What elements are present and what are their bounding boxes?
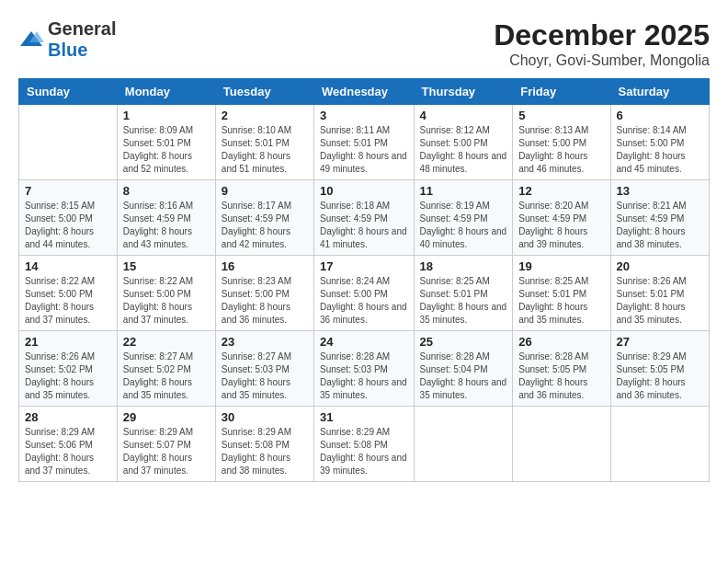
table-row: 20Sunrise: 8:26 AMSunset: 5:01 PMDayligh… — [610, 256, 709, 331]
day-info: Sunrise: 8:29 AMSunset: 5:07 PMDaylight:… — [123, 426, 210, 477]
day-info: Sunrise: 8:29 AMSunset: 5:05 PMDaylight:… — [617, 350, 703, 402]
day-number: 14 — [25, 259, 111, 273]
calendar-week-row: 14Sunrise: 8:22 AMSunset: 5:00 PMDayligh… — [19, 256, 710, 331]
day-info: Sunrise: 8:13 AMSunset: 5:00 PMDaylight:… — [518, 124, 604, 176]
day-info: Sunrise: 8:25 AMSunset: 5:01 PMDaylight:… — [518, 275, 604, 327]
header-monday: Monday — [117, 79, 215, 105]
day-number: 29 — [123, 410, 210, 424]
day-number: 18 — [420, 259, 507, 273]
table-row: 14Sunrise: 8:22 AMSunset: 5:00 PMDayligh… — [19, 256, 118, 331]
day-number: 4 — [420, 109, 507, 122]
table-row — [414, 407, 513, 482]
day-info: Sunrise: 8:10 AMSunset: 5:01 PMDaylight:… — [222, 124, 308, 176]
day-info: Sunrise: 8:14 AMSunset: 5:00 PMDaylight:… — [617, 124, 703, 176]
table-row: 16Sunrise: 8:23 AMSunset: 5:00 PMDayligh… — [215, 256, 313, 331]
table-row — [513, 407, 610, 482]
table-row — [19, 105, 118, 180]
day-info: Sunrise: 8:29 AMSunset: 5:08 PMDaylight:… — [222, 426, 308, 477]
day-info: Sunrise: 8:11 AMSunset: 5:01 PMDaylight:… — [320, 124, 408, 176]
day-info: Sunrise: 8:18 AMSunset: 4:59 PMDaylight:… — [320, 200, 408, 251]
table-row: 23Sunrise: 8:27 AMSunset: 5:03 PMDayligh… — [215, 331, 313, 407]
day-number: 25 — [420, 335, 507, 349]
day-info: Sunrise: 8:19 AMSunset: 4:59 PMDaylight:… — [420, 200, 507, 251]
calendar-week-row: 7Sunrise: 8:15 AMSunset: 5:00 PMDaylight… — [19, 180, 710, 256]
day-number: 12 — [518, 184, 604, 198]
table-row: 2Sunrise: 8:10 AMSunset: 5:01 PMDaylight… — [215, 105, 313, 180]
day-number: 7 — [25, 184, 111, 198]
table-row: 19Sunrise: 8:25 AMSunset: 5:01 PMDayligh… — [513, 256, 610, 331]
day-info: Sunrise: 8:21 AMSunset: 4:59 PMDaylight:… — [617, 200, 703, 251]
day-info: Sunrise: 8:22 AMSunset: 5:00 PMDaylight:… — [25, 275, 111, 327]
day-number: 31 — [320, 410, 408, 424]
calendar-table: Sunday Monday Tuesday Wednesday Thursday… — [18, 78, 710, 482]
table-row: 22Sunrise: 8:27 AMSunset: 5:02 PMDayligh… — [117, 331, 215, 407]
day-number: 13 — [617, 184, 703, 198]
table-row: 6Sunrise: 8:14 AMSunset: 5:00 PMDaylight… — [610, 105, 709, 180]
table-row: 18Sunrise: 8:25 AMSunset: 5:01 PMDayligh… — [414, 256, 513, 331]
day-number: 20 — [617, 259, 703, 273]
table-row: 7Sunrise: 8:15 AMSunset: 5:00 PMDaylight… — [19, 180, 118, 256]
day-info: Sunrise: 8:20 AMSunset: 4:59 PMDaylight:… — [518, 200, 604, 251]
table-row: 15Sunrise: 8:22 AMSunset: 5:00 PMDayligh… — [117, 256, 215, 331]
day-number: 8 — [123, 184, 210, 198]
table-row — [610, 407, 709, 482]
calendar-week-row: 28Sunrise: 8:29 AMSunset: 5:06 PMDayligh… — [19, 407, 710, 482]
day-info: Sunrise: 8:27 AMSunset: 5:03 PMDaylight:… — [222, 350, 308, 402]
day-number: 22 — [123, 335, 210, 349]
calendar-title: December 2025 — [494, 18, 710, 52]
day-info: Sunrise: 8:28 AMSunset: 5:05 PMDaylight:… — [518, 350, 604, 402]
calendar-week-row: 1Sunrise: 8:09 AMSunset: 5:01 PMDaylight… — [19, 105, 710, 180]
day-info: Sunrise: 8:12 AMSunset: 5:00 PMDaylight:… — [420, 124, 507, 176]
day-info: Sunrise: 8:25 AMSunset: 5:01 PMDaylight:… — [420, 275, 507, 327]
day-info: Sunrise: 8:29 AMSunset: 5:08 PMDaylight:… — [320, 426, 408, 477]
day-number: 17 — [320, 259, 408, 273]
table-row: 10Sunrise: 8:18 AMSunset: 4:59 PMDayligh… — [314, 180, 415, 256]
day-number: 15 — [123, 259, 210, 273]
logo-text: General Blue — [48, 18, 116, 61]
calendar-subtitle: Choyr, Govi-Sumber, Mongolia — [494, 52, 710, 69]
day-number: 6 — [617, 109, 703, 122]
day-number: 1 — [123, 109, 210, 122]
day-number: 11 — [420, 184, 507, 198]
header-thursday: Thursday — [414, 79, 513, 105]
day-number: 9 — [222, 184, 308, 198]
day-info: Sunrise: 8:26 AMSunset: 5:01 PMDaylight:… — [617, 275, 703, 327]
header-sunday: Sunday — [19, 79, 118, 105]
day-number: 28 — [25, 410, 111, 424]
table-row: 11Sunrise: 8:19 AMSunset: 4:59 PMDayligh… — [414, 180, 513, 256]
day-info: Sunrise: 8:27 AMSunset: 5:02 PMDaylight:… — [123, 350, 210, 402]
day-number: 26 — [518, 335, 604, 349]
day-number: 3 — [320, 109, 408, 122]
table-row: 27Sunrise: 8:29 AMSunset: 5:05 PMDayligh… — [610, 331, 709, 407]
day-number: 19 — [518, 259, 604, 273]
day-info: Sunrise: 8:29 AMSunset: 5:06 PMDaylight:… — [25, 426, 111, 477]
day-info: Sunrise: 8:17 AMSunset: 4:59 PMDaylight:… — [222, 200, 308, 251]
header-wednesday: Wednesday — [314, 79, 415, 105]
day-info: Sunrise: 8:28 AMSunset: 5:04 PMDaylight:… — [420, 350, 507, 402]
table-row: 29Sunrise: 8:29 AMSunset: 5:07 PMDayligh… — [117, 407, 215, 482]
calendar-title-area: December 2025 Choyr, Govi-Sumber, Mongol… — [494, 18, 710, 69]
table-row: 1Sunrise: 8:09 AMSunset: 5:01 PMDaylight… — [117, 105, 215, 180]
day-number: 2 — [222, 109, 308, 122]
day-number: 5 — [518, 109, 604, 122]
calendar-week-row: 21Sunrise: 8:26 AMSunset: 5:02 PMDayligh… — [19, 331, 710, 407]
table-row: 26Sunrise: 8:28 AMSunset: 5:05 PMDayligh… — [513, 331, 610, 407]
day-number: 30 — [222, 410, 308, 424]
day-number: 23 — [222, 335, 308, 349]
day-info: Sunrise: 8:28 AMSunset: 5:03 PMDaylight:… — [320, 350, 408, 402]
table-row: 8Sunrise: 8:16 AMSunset: 4:59 PMDaylight… — [117, 180, 215, 256]
table-row: 13Sunrise: 8:21 AMSunset: 4:59 PMDayligh… — [610, 180, 709, 256]
table-row: 4Sunrise: 8:12 AMSunset: 5:00 PMDaylight… — [414, 105, 513, 180]
day-info: Sunrise: 8:15 AMSunset: 5:00 PMDaylight:… — [25, 200, 111, 251]
logo-icon — [18, 29, 44, 50]
day-info: Sunrise: 8:16 AMSunset: 4:59 PMDaylight:… — [123, 200, 210, 251]
day-number: 16 — [222, 259, 308, 273]
header-friday: Friday — [513, 79, 610, 105]
table-row: 25Sunrise: 8:28 AMSunset: 5:04 PMDayligh… — [414, 331, 513, 407]
day-number: 24 — [320, 335, 408, 349]
table-row: 21Sunrise: 8:26 AMSunset: 5:02 PMDayligh… — [19, 331, 118, 407]
table-row: 3Sunrise: 8:11 AMSunset: 5:01 PMDaylight… — [314, 105, 415, 180]
table-row: 9Sunrise: 8:17 AMSunset: 4:59 PMDaylight… — [215, 180, 313, 256]
table-row: 17Sunrise: 8:24 AMSunset: 5:00 PMDayligh… — [314, 256, 415, 331]
table-row: 12Sunrise: 8:20 AMSunset: 4:59 PMDayligh… — [513, 180, 610, 256]
